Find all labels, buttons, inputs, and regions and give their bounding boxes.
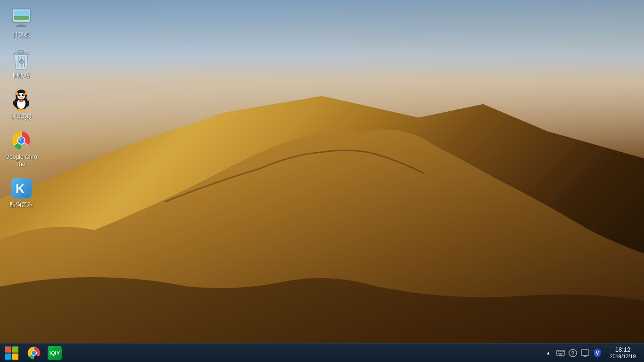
taskbar-pinned-apps: iQIY xyxy=(24,344,65,362)
svg-point-18 xyxy=(22,94,25,96)
svg-rect-45 xyxy=(558,351,559,352)
taskbar-tray: ▲ ? xyxy=(543,344,644,362)
svg-rect-3 xyxy=(19,22,23,25)
svg-rect-11 xyxy=(19,50,24,53)
chrome-icon-label: Google Chrome xyxy=(5,154,38,167)
qq-icon xyxy=(10,89,33,111)
desktop-icons: 计算机 ♻ 回收站 xyxy=(2,5,40,210)
qq-icon-label: 腾讯QQ xyxy=(11,113,32,120)
svg-point-32 xyxy=(18,137,25,144)
svg-point-23 xyxy=(17,108,21,111)
svg-point-17 xyxy=(18,94,21,96)
desktop-icon-chrome[interactable]: Google Chrome xyxy=(2,127,40,170)
clock-area[interactable]: 18:12 2019/12/19 xyxy=(604,344,642,362)
tray-help-icon[interactable]: ? xyxy=(567,344,578,362)
tray-expand-button[interactable]: ▲ xyxy=(543,344,554,362)
chrome-icon xyxy=(10,129,33,152)
tray-display-icon[interactable] xyxy=(579,344,591,362)
desktop-icon-qq[interactable]: 腾讯QQ xyxy=(2,86,40,122)
svg-point-19 xyxy=(19,94,20,95)
svg-rect-6 xyxy=(14,16,29,20)
svg-text:?: ? xyxy=(571,350,574,356)
svg-rect-48 xyxy=(563,351,564,352)
desktop-icon-computer[interactable]: 计算机 xyxy=(2,5,40,41)
desktop-icon-recycle[interactable]: ♻ 回收站 xyxy=(2,45,40,81)
svg-rect-50 xyxy=(560,353,561,354)
windows-logo-icon xyxy=(5,346,18,360)
svg-point-20 xyxy=(23,94,24,95)
taskbar: iQIY ▲ xyxy=(0,343,644,362)
svg-text:K: K xyxy=(16,181,25,196)
iqiyi-label: iQIY xyxy=(50,350,60,356)
svg-text:♻: ♻ xyxy=(18,58,25,66)
recycle-icon: ♻ xyxy=(10,48,33,70)
tray-keyboard-icon[interactable] xyxy=(555,344,566,362)
computer-icon xyxy=(10,7,33,30)
svg-rect-47 xyxy=(561,351,562,352)
clock-date: 2019/12/19 xyxy=(610,354,636,360)
svg-point-21 xyxy=(20,97,23,99)
svg-rect-52 xyxy=(559,354,562,355)
computer-icon-label: 计算机 xyxy=(13,32,30,38)
svg-point-22 xyxy=(19,100,24,102)
desktop: 计算机 ♻ 回收站 xyxy=(0,0,644,362)
svg-point-33 xyxy=(19,138,21,140)
svg-rect-46 xyxy=(560,351,561,352)
svg-text:V: V xyxy=(596,351,599,356)
svg-point-24 xyxy=(21,108,26,111)
svg-rect-4 xyxy=(16,25,26,27)
clock-time: 18:12 xyxy=(615,346,631,354)
svg-rect-55 xyxy=(581,350,589,355)
taskbar-chrome-icon[interactable] xyxy=(24,344,44,362)
tray-security-icon[interactable]: V xyxy=(592,344,603,362)
kuwo-icon: K xyxy=(10,177,33,199)
desktop-icon-kuwo[interactable]: K 酷狗音乐 xyxy=(2,174,40,210)
start-button[interactable] xyxy=(0,344,24,362)
svg-rect-49 xyxy=(558,353,559,354)
recycle-icon-label: 回收站 xyxy=(13,72,30,79)
taskbar-iqiyi-icon[interactable]: iQIY xyxy=(44,344,65,362)
svg-rect-51 xyxy=(561,353,562,354)
kuwo-icon-label: 酷狗音乐 xyxy=(10,201,33,208)
svg-point-40 xyxy=(32,351,36,355)
tray-expand-icon: ▲ xyxy=(546,350,551,355)
